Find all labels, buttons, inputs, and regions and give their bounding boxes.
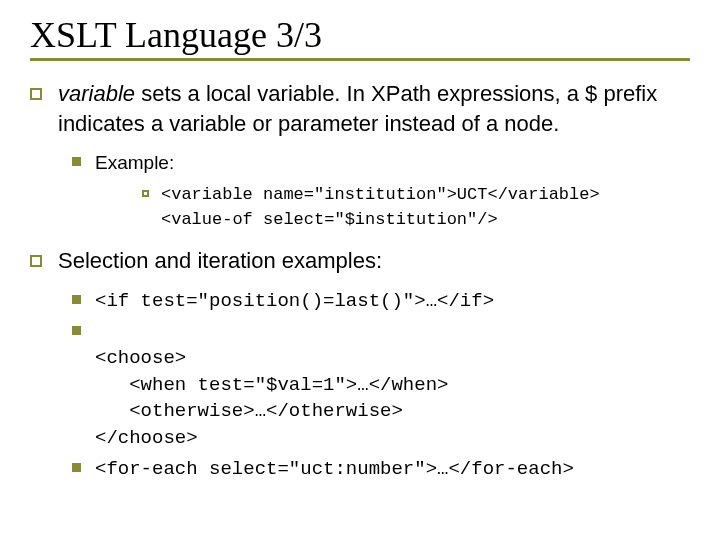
point-variable: variable sets a local variable. In XPath…: [30, 79, 690, 232]
lvl2-item: <choose> <when test="$val=1">…</when> <o…: [72, 319, 690, 452]
square-open-bullet-icon: [30, 255, 42, 267]
point-selection: Selection and iteration examples: <if te…: [30, 246, 690, 482]
square-solid-bullet-icon: [72, 157, 81, 166]
selection-examples: <if test="position()=last()">…</if> <cho…: [72, 288, 690, 482]
square-solid-bullet-icon: [72, 326, 81, 335]
point-selection-text: Selection and iteration examples:: [58, 246, 382, 276]
emph-variable: variable: [58, 81, 135, 106]
code-block: <variable name="institution">UCT</variab…: [161, 183, 600, 232]
lvl3-item: <variable name="institution">UCT</variab…: [142, 183, 690, 232]
square-solid-bullet-icon: [72, 295, 81, 304]
square-tiny-bullet-icon: [142, 190, 149, 197]
code-line: <if test="position()=last()">…</if>: [95, 288, 494, 315]
code-line: <value-of select="$institution"/>: [161, 210, 498, 229]
slide: XSLT Language 3/3 variable sets a local …: [0, 0, 720, 540]
code-line: <choose>: [95, 347, 186, 369]
lvl2-item: <for-each select="uct:number">…</for-eac…: [72, 456, 690, 483]
lvl2-item: <if test="position()=last()">…</if>: [72, 288, 690, 315]
lvl2-item: Example:: [72, 150, 690, 177]
code-line: <when test="$val=1">…</when>: [95, 374, 448, 396]
code-line: <for-each select="uct:number">…</for-eac…: [95, 456, 574, 483]
point-variable-rest: sets a local variable. In XPath expressi…: [58, 81, 657, 136]
example-code: <variable name="institution">UCT</variab…: [142, 183, 690, 232]
square-open-bullet-icon: [30, 88, 42, 100]
code-line: <otherwise>…</otherwise>: [95, 400, 403, 422]
code-block: <choose> <when test="$val=1">…</when> <o…: [95, 319, 448, 452]
point-variable-text: variable sets a local variable. In XPath…: [58, 79, 690, 138]
slide-title: XSLT Language 3/3: [30, 14, 690, 56]
lvl1-item: Selection and iteration examples:: [30, 246, 690, 276]
code-line: </choose>: [95, 427, 198, 449]
example-label: Example:: [95, 150, 174, 177]
square-solid-bullet-icon: [72, 463, 81, 472]
title-rule: [30, 58, 690, 61]
example-block: Example: <variable name="institution">UC…: [72, 150, 690, 232]
lvl1-item: variable sets a local variable. In XPath…: [30, 79, 690, 138]
code-line: <variable name="institution">UCT</variab…: [161, 185, 600, 204]
